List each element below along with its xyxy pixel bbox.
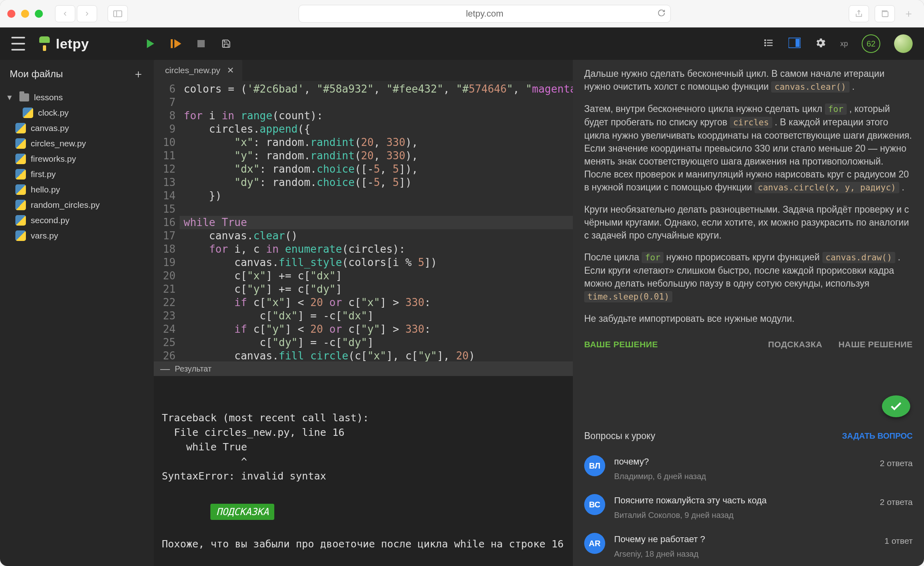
window-controls — [7, 10, 43, 18]
file-row[interactable]: second.py — [0, 213, 154, 228]
question-avatar: AR — [584, 533, 605, 554]
question-answers: 1 ответ — [884, 534, 913, 547]
stop-button[interactable] — [196, 38, 206, 49]
browser-titlebar: letpy.com ＋ — [0, 0, 924, 27]
file-sidebar: Мои файлы ＋ ▾lessonsclock.pycanvas.pycir… — [0, 60, 154, 566]
file-row[interactable]: hello.py — [0, 182, 154, 197]
submit-fab[interactable] — [882, 395, 910, 417]
maximize-window[interactable] — [35, 10, 43, 18]
code-snippet: for — [642, 252, 663, 263]
brand-name: letpy — [56, 36, 89, 52]
tabs-button[interactable] — [875, 5, 895, 22]
svg-point-11 — [765, 40, 765, 40]
address-text: letpy.com — [466, 8, 504, 19]
result-title: Результат — [175, 364, 212, 374]
brand-logo[interactable]: letpy — [39, 36, 89, 52]
svg-point-13 — [765, 45, 765, 46]
hint-text: Похоже, что вы забыли про двоеточие посл… — [162, 537, 565, 551]
collapse-icon[interactable]: — — [160, 363, 170, 374]
xp-value: 62 — [862, 34, 880, 53]
svg-rect-0 — [114, 11, 122, 17]
question-avatar: ВЛ — [584, 455, 605, 476]
question-meta: Arseniy, 18 дней назад — [614, 547, 875, 560]
python-icon — [15, 138, 26, 149]
editor-area: circles_new.py ✕ 67891011121314151617181… — [154, 60, 573, 566]
run-button[interactable] — [146, 38, 156, 49]
folder-icon — [19, 93, 29, 101]
file-row[interactable]: canvas.py — [0, 120, 154, 136]
xp-label: xp — [840, 40, 848, 48]
save-button[interactable] — [221, 38, 231, 49]
panel-icon[interactable] — [788, 38, 801, 50]
folder-row[interactable]: ▾lessons — [0, 90, 154, 105]
lesson-panel: Дальше нужно сделать бесконечный цикл. В… — [573, 60, 924, 566]
file-row[interactable]: random_circles.py — [0, 197, 154, 213]
svg-marker-4 — [147, 39, 154, 48]
question-answers: 2 ответа — [880, 457, 913, 470]
back-button[interactable] — [55, 5, 75, 22]
code-snippet: canvas.circle(x, y, радиус) — [754, 182, 899, 193]
ask-question-link[interactable]: ЗАДАТЬ ВОПРОС — [842, 429, 913, 442]
app-toolbar: letpy xp 62 — [0, 27, 924, 60]
question-item[interactable]: AR Почему не работает ? Arseniy, 18 дней… — [584, 527, 913, 566]
code-snippet: canvas.clear() — [771, 81, 849, 93]
add-file-button[interactable]: ＋ — [133, 66, 144, 82]
tab-hint[interactable]: ПОДСКАЗКА — [768, 338, 822, 351]
svg-rect-5 — [171, 39, 173, 48]
settings-icon[interactable] — [814, 37, 827, 51]
python-icon — [15, 123, 26, 133]
lesson-paragraph: Затем, внутри бесконечного цикла нужно с… — [584, 102, 913, 194]
code-snippet: for — [825, 103, 847, 115]
new-tab-button[interactable]: ＋ — [901, 6, 917, 22]
question-item[interactable]: ВЛ почему? Владимир, 6 дней назад 2 отве… — [584, 450, 913, 488]
python-icon — [15, 184, 26, 195]
close-tab-icon[interactable]: ✕ — [227, 65, 234, 75]
python-icon — [15, 200, 26, 210]
question-title: Поясните пожалуйста эту часть кода — [614, 494, 871, 507]
question-item[interactable]: ВС Поясните пожалуйста эту часть кода Ви… — [584, 488, 913, 527]
svg-rect-15 — [795, 39, 799, 47]
share-button[interactable] — [849, 5, 869, 22]
close-window[interactable] — [7, 10, 15, 18]
sidebar-title: Мои файлы — [10, 68, 63, 80]
address-bar[interactable]: letpy.com — [299, 5, 671, 23]
code-snippet: circles — [730, 117, 772, 128]
logo-icon — [39, 36, 50, 51]
lesson-paragraph: После цикла for нужно прорисовать круги … — [584, 251, 913, 303]
tab-your-solution[interactable]: ВАШЕ РЕШЕНИЕ — [584, 338, 658, 351]
question-avatar: ВС — [584, 494, 605, 515]
tab-label: circles_new.py — [165, 65, 220, 75]
svg-marker-6 — [174, 39, 181, 48]
code-snippet: canvas.draw() — [822, 252, 895, 263]
menu-button[interactable] — [11, 37, 25, 51]
reload-icon[interactable] — [657, 9, 665, 19]
tab-our-solution[interactable]: НАШЕ РЕШЕНИЕ — [839, 338, 913, 351]
question-title: почему? — [614, 455, 871, 468]
svg-point-12 — [765, 42, 765, 43]
lesson-paragraph: Круги необязательно делать разноцветными… — [584, 203, 913, 242]
result-header[interactable]: — Результат — [154, 361, 573, 376]
file-row[interactable]: clock.py — [0, 105, 154, 120]
step-button[interactable] — [171, 38, 181, 49]
python-icon — [15, 230, 26, 241]
list-icon[interactable] — [763, 38, 775, 50]
editor-tab[interactable]: circles_new.py ✕ — [154, 60, 242, 81]
python-icon — [15, 154, 26, 164]
file-row[interactable]: circles_new.py — [0, 136, 154, 151]
file-row[interactable]: first.py — [0, 167, 154, 182]
minimize-window[interactable] — [21, 10, 29, 18]
forward-button[interactable] — [77, 5, 97, 22]
python-icon — [15, 169, 26, 180]
lesson-paragraph: Не забудьте импортировать все нужные мод… — [584, 312, 913, 325]
svg-rect-7 — [197, 40, 205, 47]
python-icon — [15, 215, 26, 226]
question-meta: Владимир, 6 дней назад — [614, 470, 871, 483]
code-editor[interactable]: 6789101112131415161718192021222324252627… — [154, 81, 573, 361]
file-row[interactable]: vars.py — [0, 228, 154, 243]
python-icon — [23, 108, 33, 118]
question-title: Почему не работает ? — [614, 533, 875, 546]
file-row[interactable]: fireworks.py — [0, 151, 154, 167]
question-answers: 2 ответа — [880, 496, 913, 509]
user-avatar[interactable] — [894, 34, 913, 53]
sidebar-toggle[interactable] — [108, 5, 128, 22]
